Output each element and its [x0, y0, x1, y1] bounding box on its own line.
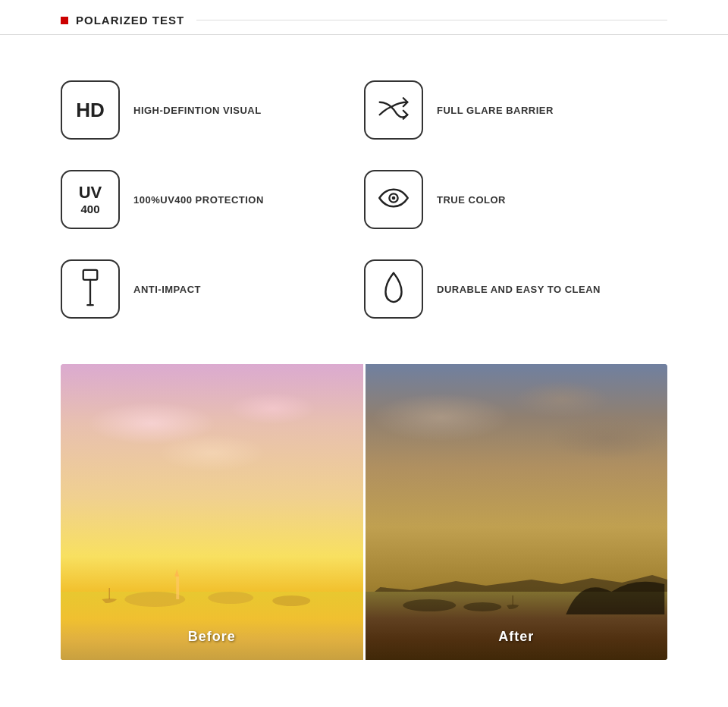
after-label: After [498, 629, 534, 645]
before-islands [61, 561, 363, 607]
header-title: POLARIZED TEST [76, 14, 184, 27]
color-label: TRUE COLOR [437, 194, 506, 206]
feature-hd: HD HIGH-DEFINTION VISUAL [61, 65, 364, 155]
feature-uv: UV 400 100%UV400 PROTECTION [61, 155, 364, 244]
hd-icon: HD [76, 99, 105, 122]
svg-rect-8 [176, 577, 179, 599]
svg-point-12 [463, 602, 501, 611]
uv-label: 100%UV400 PROTECTION [133, 194, 264, 206]
feature-color: TRUE COLOR [364, 155, 667, 244]
impact-label: ANTI-IMPACT [133, 284, 201, 295]
feature-clean: DURABLE AND EASY TO CLEAN [364, 244, 667, 334]
before-label: Before [188, 629, 236, 645]
page: POLARIZED TEST HD HIGH-DEFINTION VISUAL [0, 0, 728, 683]
drop-icon [381, 270, 406, 308]
section-header: POLARIZED TEST [0, 0, 728, 35]
glare-label: FULL GLARE BARRIER [437, 105, 554, 116]
glare-icon-box [364, 80, 423, 140]
feature-impact: ANTI-IMPACT [61, 244, 364, 334]
svg-point-11 [403, 599, 456, 611]
svg-point-6 [208, 592, 253, 604]
impact-icon-box [61, 259, 120, 319]
svg-point-7 [272, 595, 310, 606]
feature-glare: FULL GLARE BARRIER [364, 65, 667, 155]
before-panel: Before [61, 364, 363, 660]
comparison-container: Before After [61, 364, 667, 660]
eye-icon [376, 187, 411, 212]
tool-icon [77, 269, 104, 310]
svg-rect-2 [83, 270, 98, 280]
uv-icon: UV 400 [79, 183, 102, 216]
uv-icon-box: UV 400 [61, 170, 120, 229]
after-islands [366, 554, 668, 614]
hd-icon-box: HD [61, 80, 120, 140]
clean-icon-box [364, 259, 423, 319]
hd-label: HIGH-DEFINTION VISUAL [133, 105, 262, 116]
svg-point-1 [392, 196, 396, 200]
shuffle-icon [377, 96, 410, 124]
features-grid: HD HIGH-DEFINTION VISUAL FULL GLARE BARR… [0, 42, 728, 349]
after-panel: After [366, 364, 668, 660]
header-line [196, 20, 667, 20]
svg-marker-9 [174, 569, 179, 577]
comparison-divider [363, 364, 366, 660]
header-indicator [61, 17, 68, 24]
comparison-section: Before After [0, 349, 728, 683]
clean-label: DURABLE AND EASY TO CLEAN [437, 284, 601, 295]
color-icon-box [364, 170, 423, 229]
